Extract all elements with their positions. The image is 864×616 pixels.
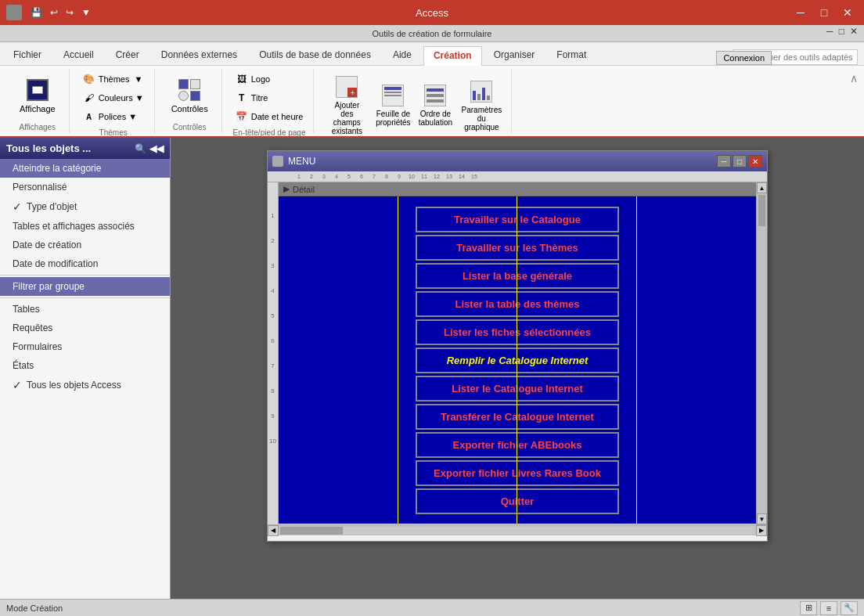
ruler-num-9: 8	[268, 386, 278, 411]
parametres-graph-btn[interactable]: Paramètres du graphique	[458, 75, 505, 135]
sidebar-item-filtrer[interactable]: Filtrer par groupe	[0, 277, 170, 296]
btn-travailler-themes[interactable]: Travailler sur les Thèmes	[416, 235, 619, 261]
date-heure-btn[interactable]: 📅 Date et heure	[232, 108, 308, 125]
redo-quick-btn[interactable]: ↪	[63, 5, 76, 20]
themes-btn[interactable]: 🎨 Thèmes ▼	[79, 70, 148, 88]
tools-min-btn[interactable]: ─	[826, 26, 833, 37]
form-ruler: 1 2 3 4 5 6 7 8 9 10 11 12 13 14 15	[268, 171, 767, 182]
status-btn-2[interactable]: ≡	[820, 601, 837, 615]
connexion-btn[interactable]: Connexion	[716, 51, 772, 65]
quick-access: 💾 ↩ ↪ ▼	[28, 5, 93, 20]
btn-lister-fiches[interactable]: Lister les fiches sélectionnées	[416, 319, 619, 345]
status-btn-3[interactable]: 🔧	[841, 601, 858, 615]
scroll-down-btn[interactable]: ▼	[757, 513, 767, 524]
sidebar-item-tables-affichages[interactable]: Tables et affichages associés	[0, 217, 170, 236]
scroll-thumb	[758, 195, 765, 226]
logo-btn[interactable]: 🖼 Logo	[232, 70, 308, 88]
tab-outils-bdd[interactable]: Outils de base de données	[249, 45, 381, 65]
couleurs-btn[interactable]: 🖌 Couleurs ▼	[79, 89, 148, 106]
tab-fichier[interactable]: Fichier	[3, 45, 52, 65]
ruler-mark: 5	[343, 174, 355, 179]
sidebar-item-tous-objets[interactable]: ✓ Tous les objets Access	[0, 375, 170, 395]
form-min-btn[interactable]: ─	[717, 155, 731, 168]
sidebar-item-requetes[interactable]: Requêtes	[0, 319, 170, 337]
ruler-mark: 1	[293, 174, 305, 179]
feuille-prop-btn[interactable]: Feuille de propriétés	[373, 79, 412, 131]
sidebar-options-icon[interactable]: ◀◀	[149, 143, 164, 154]
btn-travailler-catalogue[interactable]: Travailler sur le Catalogue	[416, 207, 619, 232]
qa-dropdown-btn[interactable]: ▼	[79, 5, 93, 20]
feuille-prop-label: Feuille de propriétés	[376, 110, 410, 127]
tools-max-btn[interactable]: □	[839, 26, 844, 37]
titre-icon: T	[236, 92, 248, 104]
themes-group-label: Thèmes	[79, 125, 148, 137]
sidebar-menu: Atteindre la catégorie Personnalisé ✓ Ty…	[0, 159, 170, 599]
form-max-btn[interactable]: □	[733, 155, 747, 168]
form-left-ruler: 1 2 3 4 5 6 7 8 9 10	[268, 182, 279, 524]
themes-small-btns: 🎨 Thèmes ▼ 🖌 Couleurs ▼ A Polices ▼	[79, 70, 148, 125]
sidebar-item-personnalise[interactable]: Personnalisé	[0, 178, 170, 196]
hscroll-right-btn[interactable]: ▶	[756, 525, 767, 536]
maximize-btn[interactable]: □	[814, 5, 834, 20]
undo-quick-btn[interactable]: ↩	[48, 5, 60, 20]
save-quick-btn[interactable]: 💾	[28, 5, 45, 20]
date-heure-label: Date et heure	[251, 112, 304, 121]
sidebar-item-type[interactable]: ✓ Type d'objet	[0, 196, 170, 217]
btn-quitter[interactable]: Quitter	[416, 488, 619, 514]
sidebar-search-icon[interactable]: 🔍	[135, 143, 146, 154]
status-btn-1[interactable]: ⊞	[800, 601, 817, 615]
parametres-graph-label: Paramètres du graphique	[462, 106, 502, 131]
btn-transferer-catalogue[interactable]: Transférer le Catalogue Internet	[416, 404, 619, 430]
minimize-btn[interactable]: ─	[790, 5, 811, 20]
content-area: MENU ─ □ ✕ 1 2 3 4 5 6 7 8	[171, 138, 864, 599]
tab-format[interactable]: Format	[546, 45, 596, 65]
titre-label: Titre	[251, 93, 268, 103]
scroll-track[interactable]	[757, 193, 767, 513]
btn-lister-base[interactable]: Lister la base générale	[416, 263, 619, 289]
tab-creer[interactable]: Créer	[106, 45, 149, 65]
tab-organiser[interactable]: Organiser	[484, 45, 545, 65]
sidebar-item-formulaires[interactable]: Formulaires	[0, 337, 170, 356]
themes-dropdown[interactable]: ▼	[134, 74, 142, 84]
ordre-tab-btn[interactable]: Ordre de tabulation	[416, 79, 455, 131]
status-bar: Mode Création ⊞ ≡ 🔧	[0, 599, 864, 616]
form-close-btn[interactable]: ✕	[748, 155, 762, 168]
outils-items: + Ajouter des champs existants Feuille d…	[323, 70, 505, 139]
sidebar-header[interactable]: Tous les objets ... 🔍 ◀◀	[0, 138, 170, 159]
sidebar-item-etats[interactable]: États	[0, 356, 170, 375]
btn-lister-table-themes[interactable]: Lister la table des thèmes	[416, 291, 619, 317]
ribbon-collapse-icon[interactable]: ∧	[850, 72, 858, 85]
tab-accueil[interactable]: Accueil	[53, 45, 104, 65]
themes-items: 🎨 Thèmes ▼ 🖌 Couleurs ▼ A Polices ▼	[79, 70, 148, 125]
tab-aide[interactable]: Aide	[383, 45, 422, 65]
tools-close-btn[interactable]: ✕	[850, 26, 858, 37]
ajouter-champs-btn[interactable]: + Ajouter des champs existants	[323, 70, 370, 139]
tab-creation[interactable]: Création	[423, 46, 482, 66]
close-btn[interactable]: ✕	[837, 5, 858, 20]
tab-donnees-externes[interactable]: Données externes	[151, 45, 247, 65]
controles-btn[interactable]: Contrôles	[164, 74, 215, 117]
logo-icon: 🖼	[236, 73, 248, 85]
sidebar-tous-label: Tous les objets Access	[27, 380, 121, 391]
header-footer-items: 🖼 Logo T Titre 📅 Date et heure	[232, 70, 308, 125]
sidebar-item-atteindre[interactable]: Atteindre la catégorie	[0, 159, 170, 178]
controles-label: Contrôles	[171, 104, 208, 113]
hscroll-left-btn[interactable]: ◀	[268, 525, 279, 536]
btn-exporter-livres-rares[interactable]: Exporter fichier Livres Rares Book	[416, 460, 619, 486]
ruler-num-7: 6	[268, 336, 278, 361]
titre-btn[interactable]: T Titre	[232, 89, 308, 106]
form-blue-area: Travailler sur le Catalogue Travailler s…	[279, 196, 756, 524]
btn-remplir-catalogue[interactable]: Remplir le Catalogue Internet	[416, 348, 619, 373]
affichage-btn[interactable]: Affichage	[13, 74, 63, 117]
btn-lister-catalogue-internet[interactable]: Lister le Catalogue Internet	[416, 376, 619, 402]
sidebar-item-date-modification[interactable]: Date de modification	[0, 254, 170, 273]
hscroll-track[interactable]	[280, 527, 754, 535]
scroll-up-btn[interactable]: ▲	[757, 182, 767, 193]
sidebar-item-date-creation[interactable]: Date de création	[0, 236, 170, 254]
ordre-tab-icon	[423, 83, 448, 108]
affichage-label: Affichage	[20, 104, 56, 113]
polices-btn[interactable]: A Polices ▼	[79, 108, 148, 125]
sidebar-item-tables[interactable]: Tables	[0, 300, 170, 319]
ribbon-collapse[interactable]: ∧	[850, 69, 858, 133]
btn-exporter-abebooks[interactable]: Exporter fichier ABEbooks	[416, 432, 619, 458]
